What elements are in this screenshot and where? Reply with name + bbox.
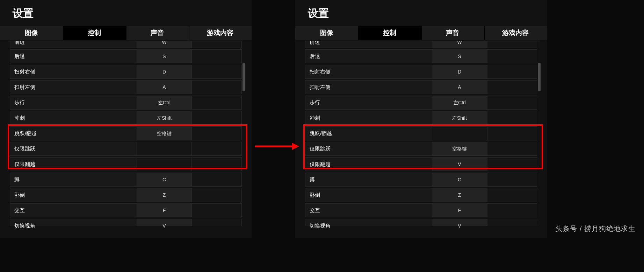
binding-label: 蹲 [305, 173, 432, 186]
binding-secondary[interactable] [487, 50, 537, 63]
binding-row: 切换视角V [305, 219, 537, 226]
binding-primary[interactable]: W [432, 41, 487, 48]
binding-row: 仅限跳跃 [10, 142, 242, 156]
binding-secondary[interactable] [487, 41, 537, 48]
binding-primary[interactable]: D [432, 65, 487, 78]
binding-primary[interactable]: F [432, 204, 487, 217]
binding-primary[interactable]: V [137, 219, 192, 226]
binding-row: 跳跃/翻越 [305, 126, 537, 140]
binding-secondary[interactable] [487, 204, 537, 217]
scrollbar-thumb[interactable] [243, 63, 245, 91]
binding-secondary[interactable] [487, 219, 537, 226]
binding-secondary[interactable] [192, 127, 241, 140]
binding-row: 卧倒Z [305, 188, 537, 202]
binding-primary[interactable]: 左Shift [137, 111, 192, 125]
binding-primary[interactable] [137, 158, 192, 171]
binding-row: 后退S [305, 49, 537, 63]
binding-row: 仅限翻越V [305, 157, 537, 171]
binding-label: 仅限翻越 [305, 158, 432, 171]
binding-label: 扫射右侧 [305, 65, 432, 78]
tab-graphics[interactable]: 图像 [295, 26, 358, 40]
binding-primary[interactable]: W [137, 41, 192, 48]
binding-label: 扫射右侧 [10, 65, 137, 78]
binding-secondary[interactable] [192, 50, 241, 63]
binding-secondary[interactable] [192, 142, 241, 155]
binding-row: 蹲C [305, 173, 537, 187]
binding-secondary[interactable] [192, 173, 241, 186]
binding-row: 扫射左侧A [10, 80, 242, 94]
tab-sound[interactable]: 声音 [421, 26, 484, 40]
tab-gameplay[interactable]: 游戏内容 [484, 26, 547, 40]
binding-row: 切换视角V [10, 219, 242, 226]
binding-primary[interactable]: A [137, 81, 192, 94]
tab-sound[interactable]: 声音 [126, 26, 189, 40]
binding-secondary[interactable] [487, 127, 537, 140]
binding-primary[interactable]: 左Shift [432, 111, 487, 125]
binding-secondary[interactable] [192, 81, 241, 94]
tab-graphics[interactable]: 图像 [0, 26, 63, 40]
binding-primary[interactable]: V [432, 158, 487, 171]
binding-primary[interactable]: A [432, 81, 487, 94]
binding-row: 前进W [305, 41, 537, 48]
binding-row: 仅限翻越 [10, 157, 242, 171]
binding-primary[interactable]: S [432, 50, 487, 63]
binding-secondary[interactable] [192, 65, 241, 78]
binding-row: 步行左Ctrl [10, 96, 242, 110]
binding-label: 仅限翻越 [10, 158, 137, 171]
binding-secondary[interactable] [192, 158, 241, 171]
binding-secondary[interactable] [487, 142, 537, 155]
binding-secondary[interactable] [192, 41, 241, 48]
binding-secondary[interactable] [487, 96, 537, 109]
binding-primary[interactable]: S [137, 50, 192, 63]
binding-primary[interactable]: 空格键 [137, 127, 192, 140]
binding-primary[interactable]: 左Ctrl [137, 96, 192, 109]
binding-secondary[interactable] [192, 204, 241, 217]
binding-primary[interactable]: 空格键 [432, 142, 487, 155]
scrollbar-thumb[interactable] [538, 63, 541, 91]
binding-row: 后退S [10, 49, 242, 63]
bindings-list: 前进W后退S扫射右侧D扫射左侧A步行左Ctrl冲刺左Shift跳跃/翻越仅限跳跃… [305, 41, 537, 236]
binding-label: 扫射左侧 [305, 81, 432, 94]
tab-gameplay[interactable]: 游戏内容 [189, 26, 252, 40]
binding-label: 切换视角 [305, 219, 432, 226]
binding-label: 切换视角 [10, 219, 137, 226]
binding-secondary[interactable] [192, 96, 241, 109]
binding-primary[interactable]: C [432, 173, 487, 186]
binding-label: 后退 [10, 50, 137, 63]
binding-primary[interactable] [432, 127, 487, 140]
binding-secondary[interactable] [487, 188, 537, 202]
binding-label: 冲刺 [305, 111, 432, 125]
binding-secondary[interactable] [192, 188, 241, 202]
watermark-text: 头条号 / 捞月狗绝地求生 [555, 224, 636, 233]
binding-row: 扫射左侧A [305, 80, 537, 94]
binding-primary[interactable]: V [432, 219, 487, 226]
binding-primary[interactable]: 左Ctrl [432, 96, 487, 109]
binding-row: 仅限跳跃空格键 [305, 142, 537, 156]
binding-row: 冲刺左Shift [10, 111, 242, 125]
binding-secondary[interactable] [487, 158, 537, 171]
binding-label: 后退 [305, 50, 432, 63]
binding-primary[interactable]: F [137, 204, 192, 217]
binding-secondary[interactable] [487, 81, 537, 94]
binding-label: 跳跃/翻越 [305, 127, 432, 140]
binding-secondary[interactable] [487, 173, 537, 186]
tab-controls[interactable]: 控制 [63, 26, 126, 40]
binding-primary[interactable] [137, 142, 192, 155]
binding-label: 交互 [10, 204, 137, 217]
binding-label: 前进 [10, 41, 137, 48]
bindings-list: 前进W后退S扫射右侧D扫射左侧A步行左Ctrl冲刺左Shift跳跃/翻越空格键仅… [10, 41, 242, 236]
binding-row: 交互F [305, 203, 537, 217]
binding-secondary[interactable] [192, 219, 241, 226]
binding-label: 卧倒 [10, 188, 137, 202]
binding-secondary[interactable] [487, 111, 537, 125]
tab-controls[interactable]: 控制 [358, 26, 421, 40]
binding-row: 交互F [10, 203, 242, 217]
binding-primary[interactable]: Z [432, 188, 487, 202]
settings-panel-after: 设置 图像 控制 声音 游戏内容 前进W后退S扫射右侧D扫射左侧A步行左Ctrl… [295, 0, 547, 238]
binding-secondary[interactable] [192, 111, 241, 125]
binding-secondary[interactable] [487, 65, 537, 78]
binding-primary[interactable]: C [137, 173, 192, 186]
binding-primary[interactable]: D [137, 65, 192, 78]
binding-primary[interactable]: Z [137, 188, 192, 202]
binding-label: 扫射左侧 [10, 81, 137, 94]
